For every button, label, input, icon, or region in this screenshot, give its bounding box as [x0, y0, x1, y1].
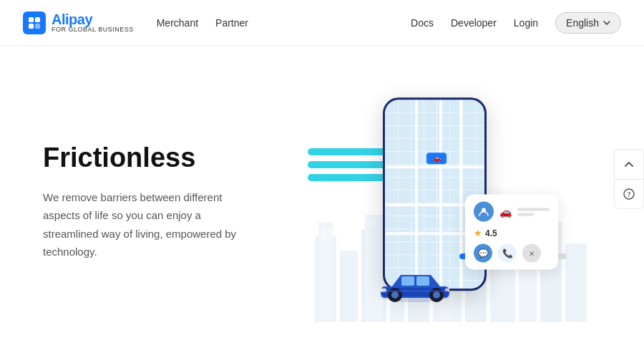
- svg-point-36: [391, 291, 399, 299]
- logo[interactable]: Alipay FOR GLOBAL BUSINESS: [23, 11, 134, 34]
- nav-merchant[interactable]: Merchant: [157, 17, 198, 29]
- svg-rect-17: [565, 243, 587, 322]
- logo-brand: Alipay: [52, 12, 134, 26]
- call-button[interactable]: 📞: [498, 244, 517, 263]
- lang-label: English: [566, 17, 599, 29]
- navbar: Alipay FOR GLOBAL BUSINESS Merchant Part…: [0, 0, 644, 46]
- card-info-lines: [517, 208, 550, 216]
- rating-row: ★ 4.5: [474, 228, 550, 238]
- svg-rect-18: [322, 229, 326, 233]
- logo-tagline: FOR GLOBAL BUSINESS: [52, 26, 134, 33]
- sidebar-buttons: ?: [614, 149, 644, 209]
- nav-right: Docs Developer Login English: [411, 12, 621, 34]
- close-button[interactable]: ✕: [522, 244, 541, 263]
- language-selector[interactable]: English: [555, 12, 621, 34]
- svg-rect-39: [382, 290, 448, 292]
- logo-icon: [23, 11, 46, 34]
- card-actions: 💬 📞 ✕: [474, 244, 550, 263]
- svg-rect-1: [35, 17, 40, 22]
- svg-rect-22: [372, 222, 376, 226]
- nav-docs[interactable]: Docs: [411, 17, 434, 29]
- rating-value: 4.5: [485, 228, 497, 238]
- driver-avatar: [474, 202, 494, 222]
- chevron-down-icon: [603, 19, 610, 26]
- card-header: 🚗: [474, 202, 550, 222]
- info-line-1: [517, 208, 550, 211]
- road-vertical-3: [459, 100, 462, 289]
- map-car-pin: [426, 153, 447, 164]
- nav-left: Alipay FOR GLOBAL BUSINESS Merchant Part…: [23, 11, 248, 34]
- road-horizontal-1: [385, 166, 484, 169]
- svg-rect-20: [322, 236, 326, 240]
- svg-rect-31: [416, 276, 429, 286]
- car-icon: 🚗: [499, 206, 512, 218]
- svg-rect-19: [328, 229, 331, 233]
- text-section: Frictionless We remove barriers between …: [43, 142, 286, 261]
- headline: Frictionless: [43, 142, 286, 174]
- svg-rect-21: [366, 222, 370, 226]
- illustration: 🚗 ★ 4.5 💬 📞 ✕: [286, 46, 587, 358]
- svg-rect-0: [29, 17, 34, 22]
- main-content: Frictionless We remove barriers between …: [0, 46, 644, 358]
- logo-text: Alipay FOR GLOBAL BUSINESS: [52, 12, 134, 33]
- ride-card: 🚗 ★ 4.5 💬 📞 ✕: [465, 195, 558, 270]
- chat-button[interactable]: 💬: [474, 244, 492, 263]
- blue-car-illustration: [372, 266, 458, 315]
- star-icon: ★: [474, 228, 482, 238]
- info-line-2: [517, 213, 534, 216]
- nav-login[interactable]: Login: [514, 17, 538, 29]
- svg-rect-32: [401, 276, 414, 286]
- nav-links: Merchant Partner: [157, 17, 248, 29]
- scroll-up-button[interactable]: [614, 149, 644, 179]
- svg-text:?: ?: [628, 190, 631, 198]
- chevron-up-icon: [624, 160, 634, 170]
- svg-point-34: [433, 291, 440, 299]
- road-vertical-1: [415, 100, 418, 289]
- nav-partner[interactable]: Partner: [215, 17, 248, 29]
- subtext: We remove barriers between different asp…: [43, 188, 243, 261]
- svg-rect-6: [340, 251, 358, 322]
- help-button[interactable]: ?: [614, 179, 644, 209]
- nav-developer[interactable]: Developer: [451, 17, 497, 29]
- road-vertical-2: [439, 100, 442, 289]
- svg-rect-2: [29, 24, 34, 29]
- question-circle-icon: ?: [623, 188, 635, 200]
- svg-rect-3: [35, 24, 40, 29]
